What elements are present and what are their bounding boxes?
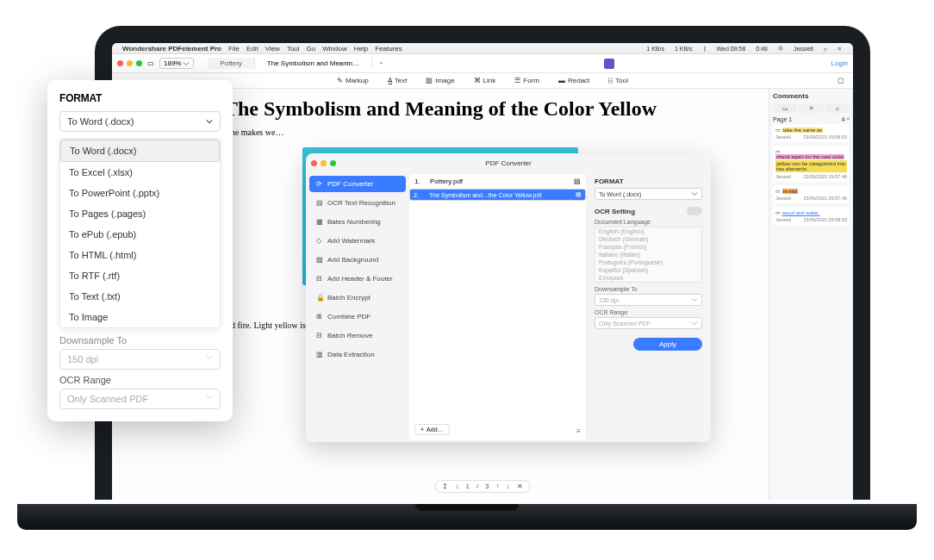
format-option-html[interactable]: To HTML (.html) <box>60 245 220 265</box>
maximize-window-button[interactable] <box>136 60 142 66</box>
form-icon: ☰ <box>514 77 520 84</box>
minimize-window-button[interactable] <box>127 60 133 66</box>
file-list-menu-icon[interactable]: ≡ <box>576 427 581 435</box>
format-option-pages[interactable]: To Pages (.pages) <box>60 203 220 224</box>
modal-max[interactable] <box>330 160 336 166</box>
ocr-range-label: OCR Range <box>59 375 221 385</box>
menu-window[interactable]: Window <box>322 45 346 53</box>
nav-background[interactable]: ▨Add Background <box>309 252 406 268</box>
downsample-label: Downsample To <box>595 286 702 292</box>
search-icon[interactable]: ⌕ <box>824 46 827 52</box>
nav-pdf-converter[interactable]: ⟳PDF Converter <box>309 176 406 192</box>
comments-search[interactable]: ⌕ <box>825 103 850 113</box>
nav-header-footer[interactable]: ⊟Add Header & Footer <box>309 271 406 287</box>
menu-edit[interactable]: Edit <box>246 45 258 53</box>
format-option-rtf[interactable]: To RTF (.rtf) <box>60 265 220 286</box>
battery-status: 0:48 <box>756 46 768 52</box>
text-tool[interactable]: A̲Text <box>388 77 408 84</box>
menu-view[interactable]: View <box>265 45 280 53</box>
downsample-select[interactable]: 150 dpi <box>595 294 702 306</box>
ocr-toggle[interactable] <box>687 207 702 215</box>
comment-item-2[interactable]: ▭ check again for the new color yellow c… <box>773 146 850 182</box>
tab-symbolism[interactable]: The Symbolism and Meanin… <box>255 58 372 69</box>
format-option-image[interactable]: To Image <box>60 307 220 327</box>
link-tool[interactable]: ⌘Link <box>474 77 496 84</box>
comment-highlight: take the same as <box>782 128 824 133</box>
nav-bates[interactable]: ▦Bates Numbering <box>309 214 406 230</box>
format-option-epub[interactable]: To ePub (.epub) <box>60 224 220 245</box>
ocr-range-select[interactable]: Only Scanned PDF <box>595 317 702 329</box>
nav-data-extract[interactable]: ▥Data Extraction <box>309 346 406 363</box>
modal-close[interactable] <box>311 160 317 166</box>
comment-item-1[interactable]: ▭ take the same as Jessieli23/06/2021 09… <box>773 124 850 142</box>
nav-watermark[interactable]: ◇Add Watermark <box>309 233 406 249</box>
options-panel: FORMAT To Word (.docx) OCR Setting Docum… <box>586 172 711 442</box>
comment-item-4[interactable]: ▭ wood and water, Jessieli23/06/2021 09:… <box>773 207 850 225</box>
lang-item[interactable]: Português (Portuguese) <box>595 258 701 266</box>
comment-item-3[interactable]: ▭ m etal Jessieli23/06/2021 09:57:46 <box>773 185 850 203</box>
nav-encrypt[interactable]: 🔒Batch Encrypt <box>309 289 406 306</box>
lang-item[interactable]: Italiano (Italian) <box>595 251 701 258</box>
comments-view-list[interactable]: ▭ <box>773 103 797 113</box>
page-prev-icon[interactable]: ↓ <box>455 482 458 490</box>
format-select[interactable]: To Word (.docx) <box>595 188 702 200</box>
notifications-icon[interactable]: ≡ <box>837 46 841 52</box>
modal-title: PDF Converter <box>485 159 531 167</box>
format-option-ppt[interactable]: To PowerPoint (.pptx) <box>60 183 220 203</box>
format-option-text[interactable]: To Text (.txt) <box>60 286 220 307</box>
menu-tool[interactable]: Tool <box>287 45 300 53</box>
lang-item[interactable]: Français (French) <box>595 243 701 251</box>
format-option-excel[interactable]: To Excel (.xlsx) <box>60 162 220 183</box>
downsample-select[interactable]: 150 dpi <box>59 349 221 370</box>
zoom-value: 189% <box>164 59 181 67</box>
modal-min[interactable] <box>321 160 327 166</box>
zoom-select[interactable]: 189% <box>159 58 194 69</box>
comments-page: Page 1 <box>773 116 792 122</box>
apply-button[interactable]: Apply <box>633 338 702 351</box>
markup-tool[interactable]: ✎Markup <box>337 77 369 84</box>
background-icon: ▨ <box>316 256 324 264</box>
ocr-range-select[interactable]: Only Scanned PDF <box>59 389 221 409</box>
highlight-icon: ▭ <box>775 128 781 133</box>
file-row-2[interactable]: 2. The Symbolism and…the Color Yellow.pd… <box>409 189 586 201</box>
redact-tool[interactable]: ▬Redact <box>558 77 589 84</box>
nav-ocr[interactable]: ▤OCR Text Recognition <box>309 195 406 211</box>
login-link[interactable]: Login <box>831 59 848 67</box>
wifi-icon: ⊙ <box>778 45 783 52</box>
menu-help[interactable]: Help <box>354 45 368 53</box>
form-tool[interactable]: ☰Form <box>514 77 539 84</box>
menu-go[interactable]: Go <box>307 45 316 53</box>
lang-item[interactable]: Español (Spanish) <box>595 266 701 274</box>
format-option-word[interactable]: To Word (.docx) <box>60 140 220 162</box>
page-down-icon[interactable]: ↓ <box>507 482 510 490</box>
lang-item[interactable]: English (English) <box>595 227 701 235</box>
menu-features[interactable]: Features <box>375 45 402 53</box>
panel-toggle-icon[interactable]: ▢ <box>837 77 844 84</box>
chevron-down-icon <box>183 60 190 67</box>
lang-item[interactable]: Ελληνικά <box>595 274 701 282</box>
tool-menu[interactable]: ⌸Tool <box>608 77 628 84</box>
page-total: 3 <box>485 482 489 490</box>
net-down: 1 KB/s <box>675 46 693 52</box>
nav-remove[interactable]: ⊟Batch Remove <box>309 327 406 344</box>
language-list[interactable]: English (English) Deutsch (German) Franç… <box>595 227 702 283</box>
file-row-1[interactable]: 1. Pottery.pdf ▤ <box>409 174 586 189</box>
image-tool[interactable]: ▧Image <box>426 77 454 84</box>
file-opts-icon[interactable]: ▤ <box>576 191 582 198</box>
comments-view-grid[interactable]: ≡ <box>799 103 823 113</box>
add-file-button[interactable]: Add… <box>414 424 450 435</box>
page-first-icon[interactable]: ↥ <box>442 482 448 490</box>
lang-item[interactable]: Deutsch (German) <box>595 235 701 243</box>
sidebar-toggle-icon[interactable]: ▭ <box>147 59 154 67</box>
close-window-button[interactable] <box>117 60 123 66</box>
page-up-icon[interactable]: ↑ <box>496 482 500 490</box>
page-close-icon[interactable]: ✕ <box>517 482 523 490</box>
macos-menubar: Wondershare PDFelement Pro File Edit Vie… <box>112 43 853 54</box>
new-tab-button[interactable]: + <box>372 58 390 69</box>
tab-pottery[interactable]: Pottery <box>208 58 254 69</box>
menu-file[interactable]: File <box>228 45 240 53</box>
tab-strip: Pottery The Symbolism and Meanin… + <box>208 58 389 69</box>
nav-combine[interactable]: ⊞Combine PDF <box>309 308 406 325</box>
format-selected[interactable]: To Word (.docx) <box>59 111 221 132</box>
file-opts-icon[interactable]: ▤ <box>574 177 581 185</box>
